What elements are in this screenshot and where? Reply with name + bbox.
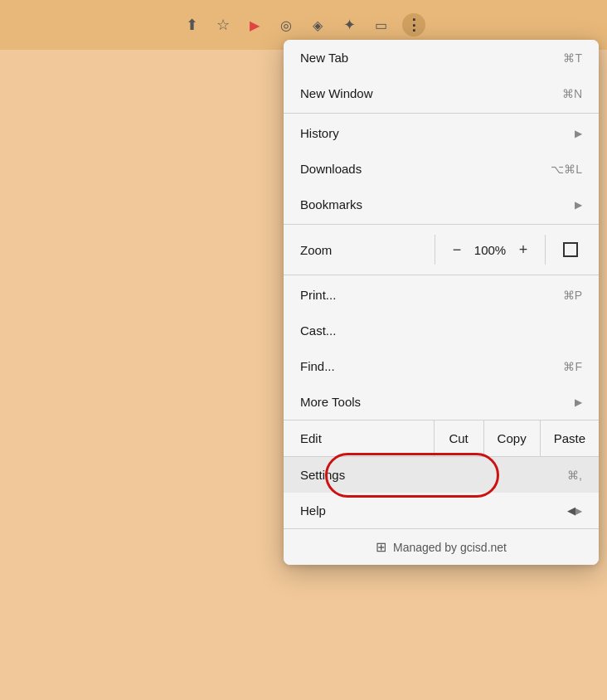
zoom-minus-button[interactable]: − [442, 235, 472, 265]
menu-item-settings[interactable]: Settings ⌘, [284, 457, 599, 493]
more-tools-arrow-icon: ▶ [575, 396, 582, 408]
settings-label: Settings [300, 468, 567, 482]
share-icon[interactable]: ⬆ [182, 15, 202, 35]
cast-icon[interactable]: ▶ [245, 15, 265, 35]
bookmarks-arrow-icon: ▶ [575, 199, 582, 211]
edit-row: Edit Cut Copy Paste [284, 420, 599, 457]
sidebar-icon[interactable]: ▭ [371, 15, 391, 35]
print-label: Print... [300, 288, 563, 302]
fullscreen-icon [563, 242, 578, 257]
settings-shortcut: ⌘, [567, 469, 582, 482]
bookmark-icon[interactable]: ☆ [213, 15, 233, 35]
new-window-shortcut: ⌘N [562, 87, 582, 100]
menu-item-help[interactable]: Help ◀ ▶ [284, 493, 599, 528]
find-shortcut: ⌘F [563, 360, 582, 373]
divider-2 [284, 224, 599, 225]
paste-button[interactable]: Paste [540, 420, 599, 456]
dropdown-menu: New Tab ⌘T New Window ⌘N History ▶ Downl… [284, 40, 599, 565]
managed-grid-icon: ⊞ [376, 539, 386, 555]
print-shortcut: ⌘P [563, 289, 582, 302]
bookmarks-label: Bookmarks [300, 197, 568, 211]
zoom-row: Zoom − 100% + [284, 226, 599, 273]
camera-icon[interactable]: ◈ [308, 15, 328, 35]
menu-item-new-tab[interactable]: New Tab ⌘T [284, 40, 599, 75]
zoom-value: 100% [472, 243, 508, 257]
managed-row: ⊞ Managed by gcisd.net [284, 528, 599, 565]
new-tab-label: New Tab [300, 51, 563, 65]
zoom-controls: − 100% + [428, 235, 582, 265]
fullscreen-button[interactable] [559, 238, 582, 261]
help-arrow-icon: ▶ [575, 505, 582, 517]
zoom-plus-button[interactable]: + [508, 235, 538, 265]
menu-item-downloads[interactable]: Downloads ⌥⌘L [284, 151, 599, 187]
zoom-left-divider [435, 235, 435, 265]
menu-item-new-window[interactable]: New Window ⌘N [284, 75, 599, 111]
menu-item-print[interactable]: Print... ⌘P [284, 277, 599, 313]
cut-button[interactable]: Cut [434, 420, 483, 456]
cast-label: Cast... [300, 323, 582, 338]
divider-3 [284, 275, 599, 275]
divider-1 [284, 113, 599, 114]
zoom-label: Zoom [300, 243, 428, 257]
menu-item-history[interactable]: History ▶ [284, 115, 599, 151]
downloads-shortcut: ⌥⌘L [551, 163, 582, 176]
cursor-indicator: ◀ [567, 504, 575, 517]
edit-label: Edit [284, 420, 434, 456]
menu-dots-icon[interactable]: ⋮ [402, 13, 425, 36]
extensions-icon[interactable]: ✦ [339, 15, 359, 35]
history-label: History [300, 126, 568, 140]
new-tab-shortcut: ⌘T [563, 51, 582, 65]
downloads-label: Downloads [300, 162, 551, 176]
help-label: Help [300, 503, 568, 518]
menu-item-more-tools[interactable]: More Tools ▶ [284, 384, 599, 420]
find-label: Find... [300, 359, 563, 373]
copy-button[interactable]: Copy [483, 420, 540, 456]
history-arrow-icon: ▶ [575, 128, 582, 139]
menu-item-find[interactable]: Find... ⌘F [284, 348, 599, 384]
zoom-right-divider [545, 235, 546, 265]
new-window-label: New Window [300, 86, 562, 100]
more-tools-label: More Tools [300, 395, 568, 409]
menu-item-cast[interactable]: Cast... [284, 313, 599, 348]
turbo-icon[interactable]: ◎ [276, 15, 296, 35]
menu-item-bookmarks[interactable]: Bookmarks ▶ [284, 187, 599, 222]
managed-text: Managed by gcisd.net [393, 541, 507, 554]
